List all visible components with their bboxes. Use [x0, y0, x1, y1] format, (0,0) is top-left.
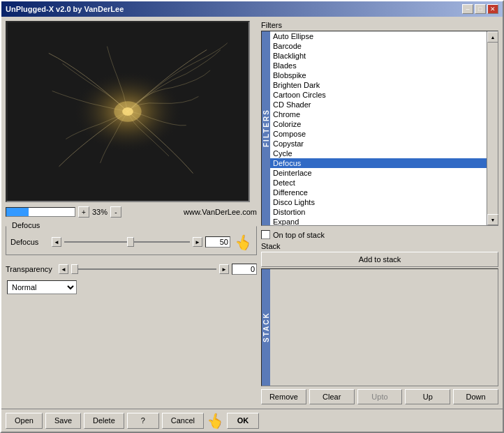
defocus-slider-line — [64, 241, 190, 243]
defocus-right-arrow[interactable]: ► — [193, 237, 202, 247]
filter-item[interactable]: Copystar — [270, 139, 487, 149]
defocus-param-label: Defocus — [10, 238, 49, 246]
filters-section: Filters FILTERS Auto EllipseBarcodeBlack… — [261, 21, 498, 226]
transparency-right-arrow[interactable]: ► — [219, 264, 229, 274]
defocus-left-arrow[interactable]: ◄ — [52, 237, 61, 247]
defocus-row: Defocus ◄ ► 50 👆 — [10, 234, 252, 250]
transparency-slider-thumb[interactable] — [71, 264, 78, 274]
on-top-checkbox[interactable] — [261, 230, 270, 239]
transparency-label: Transparency — [6, 265, 56, 273]
filters-sidebar-text: FILTERS — [262, 109, 270, 148]
minimize-button[interactable]: – — [462, 4, 473, 14]
stack-sidebar-text: STACK — [262, 312, 270, 343]
filter-item[interactable]: Colorize — [270, 119, 487, 129]
stack-actions: Remove Clear Upto Up Down — [261, 389, 498, 404]
add-to-stack-button[interactable]: Add to stack — [261, 252, 498, 267]
filter-item[interactable]: Auto Ellipse — [270, 31, 487, 41]
zoom-percent: 33% — [92, 208, 108, 216]
filter-item[interactable]: Cycle — [270, 149, 487, 158]
defocus-slider-thumb[interactable] — [127, 237, 134, 247]
right-panel: Filters FILTERS Auto EllipseBarcodeBlack… — [261, 21, 498, 404]
filter-item[interactable]: Deinterlace — [270, 168, 487, 178]
transparency-row: Transparency ◄ ► 0 — [6, 264, 257, 275]
filter-item[interactable]: Defocus — [270, 158, 487, 168]
scroll-down-button[interactable]: ▼ — [487, 214, 498, 225]
stack-label: Stack — [261, 242, 498, 250]
maximize-button[interactable]: □ — [475, 4, 486, 14]
progress-bar — [6, 207, 75, 217]
remove-button[interactable]: Remove — [261, 389, 306, 404]
title-bar: UnPlugged-X v2.0 by VanDerLee – □ ✕ — [1, 1, 503, 17]
filter-item[interactable]: Cartoon Circles — [270, 90, 487, 100]
scroll-up-button[interactable]: ▲ — [487, 31, 498, 43]
on-top-label: On top of stack — [273, 231, 325, 239]
cursor-icon-cancel: 👆 — [205, 410, 225, 431]
filter-item[interactable]: Blobspike — [270, 70, 487, 80]
scroll-track[interactable] — [487, 43, 498, 214]
filters-list[interactable]: Auto EllipseBarcodeBlacklightBladesBlobs… — [270, 31, 487, 225]
filter-item[interactable]: Difference — [270, 188, 487, 197]
main-content: + 33% - www.VanDerLee.com Defocus Defocu… — [1, 17, 503, 409]
up-button[interactable]: Up — [405, 389, 450, 404]
svg-point-3 — [122, 107, 133, 116]
stack-sidebar: STACK — [262, 269, 270, 386]
defocus-group-title: Defocus — [10, 221, 41, 229]
upto-button[interactable]: Upto — [357, 389, 403, 404]
window-title: UnPlugged-X v2.0 by VanDerLee — [6, 5, 124, 13]
defocus-value[interactable]: 50 — [205, 236, 230, 248]
transparency-value[interactable]: 0 — [232, 264, 257, 275]
blending-mode-container: Normal — [7, 280, 257, 294]
help-button[interactable]: ? — [127, 413, 159, 429]
filter-item[interactable]: CD Shader — [270, 100, 487, 109]
zoom-row: + 33% - www.VanDerLee.com — [6, 206, 257, 218]
clear-button[interactable]: Clear — [309, 389, 355, 404]
bottom-bar: Open Save Delete ? Cancel 👆 OK — [1, 409, 503, 432]
zoom-in-button[interactable]: + — [78, 206, 89, 218]
filter-item[interactable]: Detect — [270, 178, 487, 188]
filter-item[interactable]: Barcode — [270, 41, 487, 51]
preview-area — [6, 21, 250, 202]
close-button[interactable]: ✕ — [487, 4, 498, 14]
down-button[interactable]: Down — [453, 389, 498, 404]
defocus-slider[interactable] — [64, 237, 190, 247]
filter-item[interactable]: Blacklight — [270, 51, 487, 61]
filter-item[interactable]: Chrome — [270, 109, 487, 119]
delete-button[interactable]: Delete — [84, 413, 124, 429]
stack-list: STACK — [261, 268, 498, 386]
filter-item[interactable]: Blades — [270, 61, 487, 70]
filter-item[interactable]: Compose — [270, 129, 487, 139]
transparency-slider-line — [71, 268, 216, 270]
progress-fill — [6, 208, 29, 216]
filter-item[interactable]: Brighten Dark — [270, 80, 487, 90]
save-button[interactable]: Save — [45, 413, 81, 429]
ok-button[interactable]: OK — [227, 413, 259, 429]
transparency-slider[interactable] — [71, 264, 216, 274]
filters-container: FILTERS Auto EllipseBarcodeBlacklightBla… — [261, 31, 498, 226]
transparency-left-arrow[interactable]: ◄ — [59, 264, 68, 274]
stack-content — [270, 269, 498, 386]
filters-sidebar: FILTERS — [262, 31, 270, 225]
filter-item[interactable]: Disco Lights — [270, 197, 487, 207]
on-top-row: On top of stack — [261, 230, 498, 239]
url-label: www.VanDerLee.com — [184, 208, 257, 216]
blending-mode-select[interactable]: Normal — [7, 280, 77, 294]
main-window: UnPlugged-X v2.0 by VanDerLee – □ ✕ — [0, 0, 504, 433]
filters-label: Filters — [261, 21, 498, 29]
filter-item[interactable]: Expand — [270, 217, 487, 225]
open-button[interactable]: Open — [6, 413, 43, 429]
title-controls: – □ ✕ — [462, 4, 498, 14]
stack-section: Stack Add to stack STACK Remove Clear Up… — [261, 242, 498, 404]
zoom-out-button[interactable]: - — [110, 206, 121, 218]
filters-scrollbar: ▲ ▼ — [487, 31, 498, 225]
filter-item[interactable]: Distortion — [270, 207, 487, 217]
defocus-group: Defocus Defocus ◄ ► 50 👆 — [6, 226, 257, 255]
cancel-button[interactable]: Cancel — [162, 413, 204, 429]
cursor-icon-defocus: 👆 — [232, 231, 253, 252]
left-panel: + 33% - www.VanDerLee.com Defocus Defocu… — [6, 21, 257, 404]
